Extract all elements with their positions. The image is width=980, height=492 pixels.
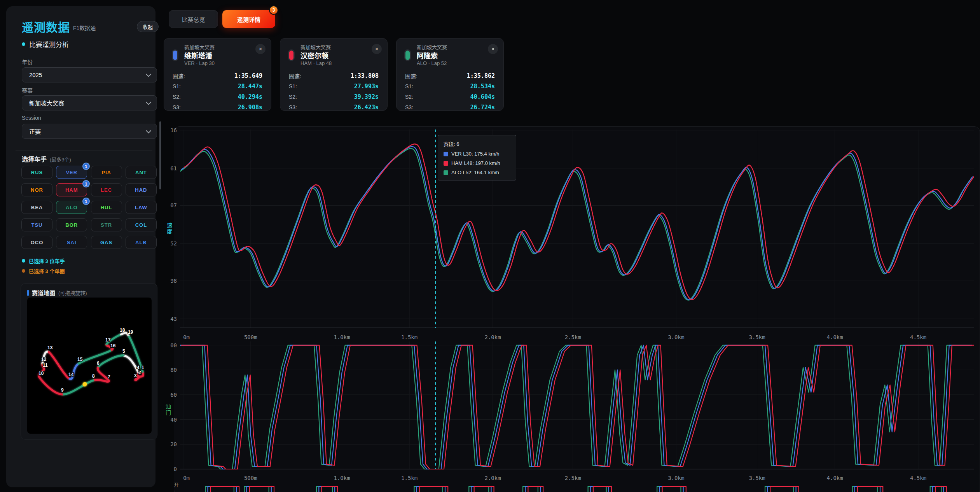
driver-button-STR[interactable]: STR (91, 218, 122, 231)
card-close-button[interactable]: ✕ (255, 44, 266, 54)
driver-button-ALB[interactable]: ALB (126, 236, 157, 249)
driver-color-pill (288, 49, 295, 61)
tooltip-row: VER L30: 175.4 km/h (444, 151, 510, 157)
driver-button-TSU[interactable]: TSU (21, 218, 52, 231)
corner-number-label: 7 (108, 374, 110, 380)
year-select[interactable]: 2025 (22, 67, 157, 82)
tooltip-row-text: HAM L48: 197.0 km/h (451, 160, 500, 166)
driver-button-LEC[interactable]: LEC (91, 183, 122, 196)
series-swatch-icon (444, 161, 448, 166)
tab-race-overview[interactable]: 比赛总览 (169, 10, 218, 28)
stat-label: S3: (405, 104, 413, 110)
driver-code-label: HUL (101, 205, 112, 210)
app-title: 遥测数据 (22, 18, 70, 35)
driver-code-label: BEA (31, 205, 43, 210)
stat-value: 1:35.862 (467, 72, 495, 79)
app-subtitle: F1数据通 (73, 24, 96, 32)
driver-selected-badge: 1 (82, 163, 90, 170)
tooltip-rows: VER L30: 175.4 km/hHAM L48: 197.0 km/hAL… (444, 151, 510, 175)
driver-code-label: STR (101, 222, 112, 228)
driver-button-HAM[interactable]: HAM1 (56, 183, 87, 196)
driver-button-SAI[interactable]: SAI (56, 236, 87, 249)
card-driver-name: 汉密尔顿 (300, 50, 328, 60)
driver-code-label: ALO (66, 205, 77, 210)
card-stat-row: S1:28.447s (173, 82, 262, 90)
session-label: Session (22, 115, 41, 121)
stat-value: 39.392s (354, 93, 379, 100)
card-driver-meta: ALO · Lap 52 (417, 60, 447, 66)
session-select[interactable]: 正赛 (22, 124, 157, 139)
card-close-button[interactable]: ✕ (488, 44, 498, 54)
driver-button-BEA[interactable]: BEA (21, 201, 52, 214)
corner-number-label: 14 (68, 372, 74, 377)
corner-number-label: 19 (128, 329, 133, 335)
sidebar: 遥测数据 F1数据通 收起 比赛遥测分析 年份 2025 赛事 新加坡大奖赛 S… (6, 6, 155, 487)
corner-number-label: 17 (105, 337, 111, 343)
card-stat-row: S1:27.993s (289, 82, 379, 90)
driver-button-LAW[interactable]: LAW (126, 201, 157, 214)
driver-button-HUL[interactable]: HUL (91, 201, 122, 214)
track-map-hint: (可拖拽旋转) (58, 289, 87, 296)
stat-label: S2: (173, 94, 181, 100)
sidebar-scrollbar-thumb[interactable] (159, 121, 161, 189)
card-stat-row: 圈速:1:35.862 (405, 72, 495, 80)
stat-value: 27.993s (354, 83, 379, 90)
chevron-down-icon (146, 128, 151, 133)
corner-number-label: 1 (141, 365, 144, 370)
brake-axis-tick-label: 开 (174, 481, 179, 488)
year-value: 2025 (29, 72, 42, 78)
section-dot-icon (22, 42, 25, 46)
event-select[interactable]: 新加坡大奖赛 (22, 95, 157, 110)
card-stat-row: S1:28.534s (405, 82, 495, 90)
driver-code-label: BOR (65, 222, 78, 228)
corner-number-label: 10 (38, 371, 44, 376)
collapse-button[interactable]: 收起 (137, 21, 159, 32)
speed-chart-plot-area[interactable] (180, 130, 974, 328)
driver-button-BOR[interactable]: BOR (56, 218, 87, 231)
track-map-canvas[interactable]: 12345678910111213141516171819 (27, 298, 152, 434)
driver-code-label: ANT (135, 170, 147, 175)
track-map-header: 赛道地图 (可拖拽旋转) (27, 289, 87, 297)
track-map-svg: 12345678910111213141516171819 (27, 298, 152, 434)
series-swatch-icon (444, 170, 448, 175)
session-value: 正赛 (29, 127, 41, 135)
stat-value: 40.294s (238, 93, 262, 100)
orange-dot-icon (22, 269, 25, 273)
card-driver-meta: VER · Lap 30 (184, 60, 215, 66)
tab-telemetry-detail[interactable]: 遥测详情 (222, 10, 275, 28)
card-stat-row: S2:40.604s (405, 93, 495, 101)
driver-button-HAD[interactable]: HAD (126, 183, 157, 196)
driver-button-NOR[interactable]: NOR (21, 183, 52, 196)
card-driver-meta: HAM · Lap 48 (300, 60, 332, 66)
driver-button-RUS[interactable]: RUS (21, 166, 52, 179)
stat-value: 40.604s (470, 93, 495, 100)
card-stat-row: S3:26.423s (289, 103, 379, 111)
driver-button-VER[interactable]: VER1 (56, 166, 87, 179)
event-label: 赛事 (22, 86, 33, 94)
driver-button-ANT[interactable]: ANT (126, 166, 157, 179)
driver-button-PIA[interactable]: PIA (91, 166, 122, 179)
driver-button-ALO[interactable]: ALO1 (56, 201, 87, 214)
card-close-button[interactable]: ✕ (372, 44, 382, 54)
stat-value: 1:33.808 (351, 72, 379, 79)
driver-button-OCO[interactable]: OCO (21, 236, 52, 249)
throttle-chart-plot-area[interactable] (180, 341, 974, 469)
corner-number-label: 3 (134, 373, 137, 378)
tooltip-row-text: VER L30: 175.4 km/h (451, 151, 500, 157)
stat-label: S2: (289, 94, 297, 100)
corner-number-label: 15 (77, 357, 83, 362)
corner-number-label: 5 (122, 348, 125, 354)
corner-number-label: 6 (97, 361, 100, 366)
selected-laps-note: 已选择 3 个单圈 (22, 267, 65, 275)
driver-button-GAS[interactable]: GAS (91, 236, 122, 249)
corner-number-label: 4 (137, 365, 140, 370)
driver-card-0: 新加坡大奖赛维斯塔潘VER · Lap 30✕圈速:1:35.649S1:28.… (164, 38, 271, 111)
driver-code-label: HAM (65, 187, 78, 193)
divider (16, 151, 152, 151)
tab-badge-count: 3 (269, 5, 278, 15)
card-stat-row: S2:39.392s (289, 93, 379, 101)
track-position-marker (83, 382, 87, 387)
driver-button-COL[interactable]: COL (126, 218, 157, 231)
track-map-panel: 赛道地图 (可拖拽旋转) 123456789101112131415161718… (21, 283, 157, 439)
stat-label: S1: (173, 83, 181, 89)
